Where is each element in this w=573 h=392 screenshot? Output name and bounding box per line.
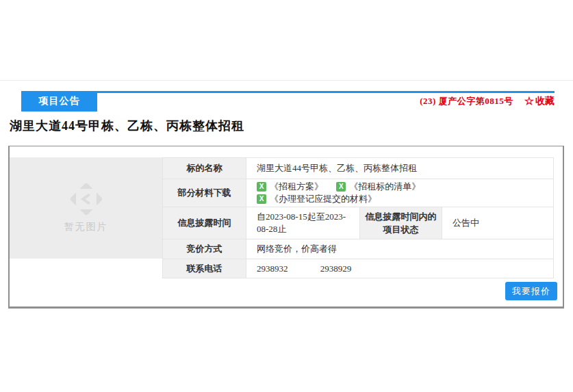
download-link-registration-materials[interactable]: X 《办理登记应提交的材料》: [257, 193, 377, 205]
tab-project-announcement[interactable]: 项目公告: [21, 91, 97, 112]
page-title: 湖里大道44号甲栋、乙栋、丙栋整体招租: [10, 118, 244, 134]
disclosure-time-label: 信息披露时间: [163, 207, 246, 239]
project-status-value: 公告中: [442, 207, 554, 239]
materials-value: X 《招租方案》 X 《招租标的清单》 X 《办理登记应提交的材料》: [246, 179, 554, 207]
excel-file-icon: X: [257, 182, 266, 192]
table-row-disclosure: 信息披露时间 自2023-08-15起至2023-08-28止 信息披露时间内的…: [163, 207, 554, 239]
subject-name-value: 湖里大道44号甲栋、乙栋、丙栋整体招租: [246, 158, 554, 179]
download-link-label: 《招租标的清单》: [349, 181, 420, 193]
image-placeholder: 暂无图片: [10, 157, 162, 259]
bidding-method-label: 竞价方式: [163, 239, 246, 259]
detail-table: 标的名称 湖里大道44号甲栋、乙栋、丙栋整体招租 部分材料下载 X 《招租方案》…: [162, 157, 554, 278]
detail-panel: 暂无图片 标的名称 湖里大道44号甲栋、乙栋、丙栋整体招租 部分材料下载 X 《…: [8, 146, 564, 309]
download-link-label: 《办理登记应提交的材料》: [270, 193, 377, 205]
table-row-materials: 部分材料下载 X 《招租方案》 X 《招租标的清单》 X 《办理登记应提交的材料: [163, 179, 554, 207]
phone-number: 2938932: [257, 263, 288, 274]
favorite-button[interactable]: ☆ 收藏: [524, 95, 555, 107]
logo-watermark-icon: [71, 183, 102, 215]
download-link-rental-plan[interactable]: X 《招租方案》: [257, 181, 323, 193]
contact-phone-label: 联系电话: [163, 259, 246, 278]
header-right: (23) 厦产公字第0815号 ☆ 收藏: [420, 91, 555, 112]
disclosure-time-value: 自2023-08-15起至2023-08-28止: [246, 207, 360, 239]
excel-file-icon: X: [336, 182, 346, 192]
favorite-label: 收藏: [535, 95, 555, 107]
document-number: (23) 厦产公字第0815号: [420, 95, 513, 107]
project-status-label: 信息披露时间内的项目状态: [360, 207, 442, 239]
header-bar: 项目公告 (23) 厦产公字第0815号 ☆ 收藏: [21, 91, 555, 112]
page: 项目公告 (23) 厦产公字第0815号 ☆ 收藏 湖里大道44号甲栋、乙栋、丙…: [0, 0, 573, 392]
subject-name-label: 标的名称: [163, 158, 246, 179]
no-image-text: 暂无图片: [64, 221, 108, 233]
bidding-method-value: 网络竞价，价高者得: [246, 239, 554, 259]
table-row-phone: 联系电话 2938932 2938929: [163, 259, 554, 278]
excel-file-icon: X: [257, 194, 266, 204]
quote-button[interactable]: 我要报价: [505, 282, 557, 300]
download-link-rental-list[interactable]: X 《招租标的清单》: [336, 181, 420, 193]
table-row-subject: 标的名称 湖里大道44号甲栋、乙栋、丙栋整体招租: [163, 158, 554, 179]
contact-phone-value: 2938932 2938929: [246, 259, 554, 278]
phone-number: 2938929: [320, 263, 352, 274]
header-divider: [0, 80, 573, 81]
download-link-label: 《招租方案》: [270, 181, 323, 193]
star-icon: ☆: [524, 96, 534, 107]
materials-label: 部分材料下载: [163, 179, 246, 207]
table-row-bidding: 竞价方式 网络竞价，价高者得: [163, 239, 554, 259]
